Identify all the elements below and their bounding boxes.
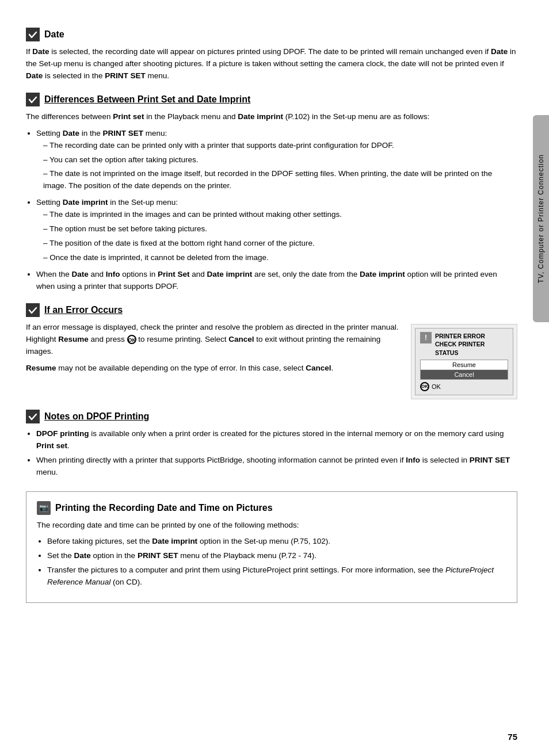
error-body1: If an error message is displayed, check … xyxy=(26,322,399,358)
list-item: The option must be set before taking pic… xyxy=(43,223,517,235)
list-item: You can set the option after taking pict… xyxy=(43,154,517,166)
ok-label: OK xyxy=(432,383,441,390)
differences-intro: The differences between Print set in the… xyxy=(26,111,517,123)
list-item: Set the Date option in the PRINT SET men… xyxy=(47,550,506,562)
printing-box-header: 📷 Printing the Recording Date and Time o… xyxy=(37,501,506,515)
warning-icon: ! xyxy=(420,332,432,343)
differences-section-title: Differences Between Print Set and Date I… xyxy=(44,94,250,105)
list-item: When printing directly with a printer th… xyxy=(36,455,517,479)
date-check-icon xyxy=(26,28,40,41)
list-item: The recording date can be printed only w… xyxy=(43,140,517,152)
error-check-icon xyxy=(26,303,40,317)
date-section-title: Date xyxy=(44,29,64,40)
differences-section-header: Differences Between Print Set and Date I… xyxy=(26,93,517,106)
list-item: DPOF printing is available only when a p… xyxy=(36,428,517,452)
error-section-title: If an Error Occurs xyxy=(44,305,123,315)
dpof-section-header: Notes on DPOF Printing xyxy=(26,410,517,423)
error-text-block: If an error message is displayed, check … xyxy=(26,322,399,379)
dpof-list: DPOF printing is available only when a p… xyxy=(36,428,517,479)
list-item: The date is imprinted in the images and … xyxy=(43,209,517,221)
list-item: When the Date and Info options in Print … xyxy=(36,269,517,293)
printing-box-intro: The recording date and time can be print… xyxy=(37,520,506,532)
printing-box: 📷 Printing the Recording Date and Time o… xyxy=(26,491,517,604)
ok-row: OK OK xyxy=(420,382,508,391)
sidebar-tab: TV, Computer or Printer Connection xyxy=(533,115,549,322)
differences-check-icon xyxy=(26,93,40,106)
error-body2: Resume may not be available depending on… xyxy=(26,362,399,375)
list-item: The date is not imprinted on the image i… xyxy=(43,168,517,192)
list-item: The position of the date is fixed at the… xyxy=(43,238,517,250)
list-item: Setting Date in the PRINT SET menu: The … xyxy=(36,128,517,193)
list-item: Setting Date imprint in the Set-up menu:… xyxy=(36,197,517,264)
printing-box-icon: 📷 xyxy=(37,501,51,515)
list-item: Once the date is imprinted, it cannot be… xyxy=(43,252,517,264)
sidebar-tab-label: TV, Computer or Printer Connection xyxy=(537,154,545,283)
list-item: Before taking pictures, set the Date imp… xyxy=(47,536,506,548)
list-item: Transfer the pictures to a computer and … xyxy=(47,564,506,589)
dpof-check-icon xyxy=(26,410,40,423)
ok-circle-icon: OK xyxy=(420,382,429,391)
printer-error-dialog: ! PRINTER ERROR CHECK PRINTER STATUS Res… xyxy=(411,324,517,399)
printing-box-title: Printing the Recording Date and Time on … xyxy=(55,503,273,513)
date-section-header: Date xyxy=(26,28,517,41)
date-body: If Date is selected, the recording date … xyxy=(26,46,517,82)
resume-button[interactable]: Resume xyxy=(421,360,508,370)
error-section-header: If an Error Occurs xyxy=(26,303,517,317)
cancel-button[interactable]: Cancel xyxy=(421,370,508,379)
page: TV, Computer or Printer Connection Date … xyxy=(0,0,549,756)
differences-list: Setting Date in the PRINT SET menu: The … xyxy=(36,128,517,293)
page-number: 75 xyxy=(508,732,517,742)
printer-error-text: PRINTER ERROR CHECK PRINTER STATUS xyxy=(435,332,485,357)
printer-error-buttons: Resume Cancel xyxy=(420,360,508,380)
printing-box-list: Before taking pictures, set the Date imp… xyxy=(47,536,506,589)
dpof-section-title: Notes on DPOF Printing xyxy=(44,411,149,422)
error-content: If an error message is displayed, check … xyxy=(26,322,517,399)
